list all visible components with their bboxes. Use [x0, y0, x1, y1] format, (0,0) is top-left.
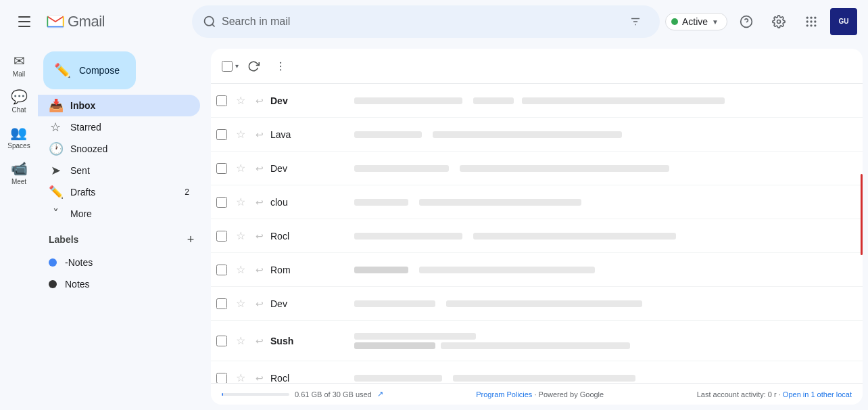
scroll-indicator [861, 174, 863, 255]
email-content [354, 267, 857, 273]
sidebar-item-inbox[interactable]: 📥 Inbox [38, 95, 200, 116]
program-policies-link[interactable]: Program Policies [476, 390, 532, 398]
gmail-logo: Gmail [46, 12, 105, 31]
storage-bar-fill [222, 393, 223, 396]
open-other-location-link[interactable]: Open in 1 other locat [783, 390, 852, 398]
sender-name: Dev [270, 163, 352, 174]
sidebar-item-sent[interactable]: ➤ Sent [38, 160, 200, 181]
table-row[interactable]: ☆ ↩ Sush [211, 321, 863, 361]
select-dropdown-arrow[interactable]: ▾ [235, 62, 239, 70]
search-filter-button[interactable] [622, 8, 649, 35]
table-row[interactable]: ☆ ↩ Dev [211, 84, 863, 118]
add-label-button[interactable]: + [181, 230, 200, 249]
star-icon[interactable]: ☆ [233, 94, 249, 107]
table-row[interactable]: ☆ ↩ Dev [211, 152, 863, 185]
filter-icon [629, 16, 642, 28]
nav-icon-meet[interactable]: 📹 Meet [3, 156, 35, 189]
label-notes-dark[interactable]: Notes [38, 273, 200, 295]
active-status-button[interactable]: Active ▼ [665, 13, 727, 30]
help-button[interactable] [733, 8, 760, 35]
nav-icon-mail[interactable]: ✉ Mail [3, 49, 35, 82]
sender-name: Rocl [270, 231, 352, 242]
svg-point-19 [280, 65, 281, 66]
email-content [354, 165, 857, 172]
email-area: ▾ ☆ ↩ Dev [211, 49, 863, 405]
nav-icon-spaces[interactable]: 👥 Spaces [2, 120, 35, 154]
more-options-button[interactable] [268, 54, 293, 78]
compose-button[interactable]: ✏️ Compose [43, 51, 136, 89]
row-checkbox[interactable] [216, 129, 227, 140]
apps-button[interactable] [798, 8, 825, 35]
star-icon[interactable]: ☆ [233, 128, 249, 141]
subject-placeholder [354, 267, 408, 273]
search-input[interactable] [222, 16, 617, 28]
meet-nav-label: Meet [11, 178, 26, 185]
table-row[interactable]: ☆ ↩ Rocl [211, 361, 863, 383]
star-icon[interactable]: ☆ [233, 229, 249, 242]
starred-icon: ☆ [49, 120, 62, 135]
sidebar-item-snoozed[interactable]: 🕐 Snoozed [38, 138, 200, 160]
sender-name: clou [270, 197, 352, 208]
sidebar-item-starred[interactable]: ☆ Starred [38, 116, 200, 138]
row-checkbox[interactable] [216, 298, 227, 309]
select-all-checkbox[interactable] [222, 61, 233, 72]
inbox-label: Inbox [70, 100, 189, 111]
forward-icon[interactable]: ↩ [251, 336, 268, 346]
email-toolbar: ▾ [211, 49, 863, 84]
email-content [354, 300, 857, 307]
row-checkbox[interactable] [216, 231, 227, 242]
forward-icon[interactable]: ↩ [251, 231, 268, 242]
email-content [354, 97, 857, 104]
refresh-button[interactable] [241, 54, 266, 78]
label-notes-blue[interactable]: -Notes [38, 252, 200, 273]
main-content: ✉ Mail 💬 Chat 👥 Spaces 📹 Meet ✏️ Compose… [0, 43, 868, 410]
labels-section-title: Labels [49, 234, 78, 245]
forward-icon[interactable]: ↩ [251, 265, 268, 275]
drafts-badge: 2 [185, 187, 189, 197]
labels-section-header: Labels + [38, 225, 211, 252]
manage-storage-link[interactable]: ↗ [377, 390, 383, 398]
sent-icon: ➤ [49, 163, 62, 178]
row-checkbox[interactable] [216, 163, 227, 174]
subject-placeholder [354, 375, 442, 382]
forward-icon[interactable]: ↩ [251, 95, 268, 106]
mail-nav-label: Mail [13, 70, 25, 78]
forward-icon[interactable]: ↩ [251, 197, 268, 208]
settings-button[interactable] [765, 8, 792, 35]
nav-icon-chat[interactable]: 💬 Chat [3, 85, 35, 118]
active-text: Active [682, 16, 708, 27]
snippet-long-placeholder [460, 165, 669, 172]
forward-icon[interactable]: ↩ [251, 129, 268, 140]
star-icon[interactable]: ☆ [233, 371, 249, 383]
sent-label: Sent [70, 165, 189, 176]
star-icon[interactable]: ☆ [233, 334, 249, 347]
search-bar [192, 5, 660, 38]
table-row[interactable]: ☆ ↩ Rocl [211, 219, 863, 253]
star-icon[interactable]: ☆ [233, 263, 249, 276]
spaces-nav-label: Spaces [7, 142, 30, 150]
star-icon[interactable]: ☆ [233, 297, 249, 310]
table-row[interactable]: ☆ ↩ Rom [211, 253, 863, 287]
row-checkbox[interactable] [216, 373, 227, 384]
table-row[interactable]: ☆ ↩ Dev [211, 287, 863, 321]
sender-name: Lava [270, 129, 352, 140]
row-checkbox[interactable] [216, 336, 227, 346]
svg-point-17 [814, 24, 816, 26]
star-icon[interactable]: ☆ [233, 162, 249, 175]
forward-icon[interactable]: ↩ [251, 298, 268, 309]
active-dot [671, 18, 678, 25]
forward-icon[interactable]: ↩ [251, 163, 268, 174]
sidebar-item-drafts[interactable]: ✏️ Drafts 2 [38, 181, 200, 203]
inbox-icon: 📥 [49, 98, 62, 113]
help-icon [740, 15, 753, 28]
table-row[interactable]: ☆ ↩ clou [211, 185, 863, 219]
table-row[interactable]: ☆ ↩ Lava [211, 118, 863, 152]
row-checkbox[interactable] [216, 265, 227, 275]
row-checkbox[interactable] [216, 95, 227, 106]
row-checkbox[interactable] [216, 197, 227, 208]
sidebar-item-more[interactable]: ˅ More [38, 203, 200, 225]
menu-button[interactable] [11, 8, 38, 35]
star-icon[interactable]: ☆ [233, 196, 249, 208]
forward-icon[interactable]: ↩ [251, 373, 268, 384]
svg-point-1 [205, 17, 214, 26]
